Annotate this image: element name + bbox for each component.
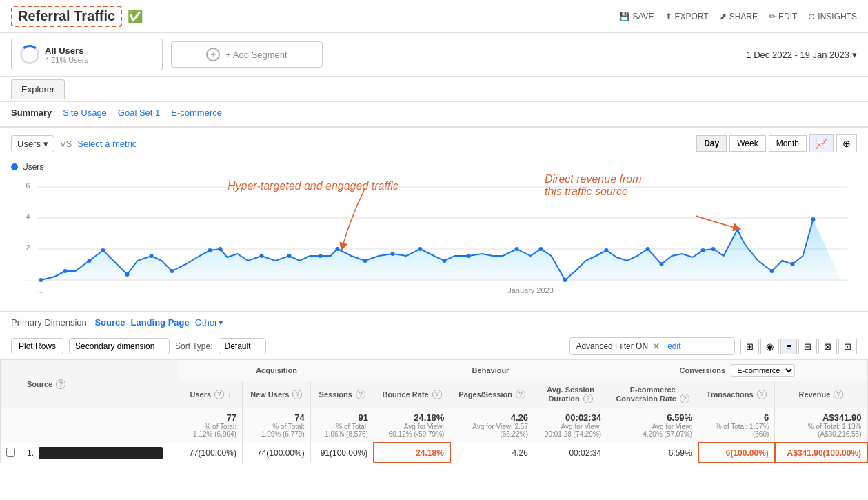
advanced-filter-clear-button[interactable]: ✕ — [652, 341, 660, 352]
svg-point-36 — [791, 262, 795, 266]
date-range[interactable]: 1 Dec 2022 - 19 Jan 2023 ▾ — [746, 50, 857, 60]
day-button[interactable]: Day — [696, 135, 727, 152]
pages-session-help-icon[interactable]: ? — [516, 390, 525, 399]
other-dimension-button[interactable]: Other ▾ — [195, 317, 224, 328]
advanced-filter-edit-button[interactable]: edit — [667, 341, 680, 351]
total-new-users-cell: 74 % of Total: 1.09% (6,779) — [242, 408, 310, 443]
total-avg-session-cell: 00:02:34 Avg for View: 00:01:28 (74.29%) — [534, 408, 607, 443]
row1-users-cell: 77(100.00%) — [179, 443, 243, 463]
svg-point-29 — [605, 248, 609, 252]
total-bounce-rate-value: 24.18% — [380, 412, 444, 423]
export-icon: ⬆ — [665, 12, 672, 21]
chart-legend: Users — [11, 159, 857, 174]
avg-session-help-icon[interactable]: ? — [583, 394, 593, 403]
row1-source-redacted — [39, 447, 163, 459]
tab-ecommerce[interactable]: E-commerce — [171, 108, 222, 121]
row1-sessions-cell: 91(100.00%) — [310, 443, 374, 463]
table-view-grid-button[interactable]: ⊞ — [740, 339, 759, 354]
week-button[interactable]: Week — [729, 135, 765, 152]
source-dimension-button[interactable]: Source — [94, 317, 125, 328]
source-column-header: Source ? — [21, 360, 179, 408]
table-view-list-button[interactable]: ≡ — [780, 339, 797, 354]
tab-site-usage[interactable]: Site Usage — [63, 108, 107, 121]
export-button[interactable]: ⬆ EXPORT — [665, 12, 709, 21]
sort-default-select[interactable]: Default — [219, 338, 266, 354]
total-bounce-rate-cell: 24.18% Avg for View: 60.12% (-59.79%) — [374, 408, 450, 443]
metric-dropdown[interactable]: Users ▾ — [11, 135, 54, 152]
svg-point-19 — [319, 254, 323, 258]
ecomm-conv-help-icon[interactable]: ? — [680, 394, 689, 403]
select-metric-button[interactable]: Select a metric — [77, 139, 137, 149]
new-users-help-icon[interactable]: ? — [292, 390, 302, 399]
insights-label: INSIGHTS — [818, 12, 857, 21]
svg-point-22 — [391, 252, 395, 256]
row1-revenue-value: A$341.90(100.00%) — [787, 448, 861, 458]
svg-point-28 — [563, 278, 567, 282]
svg-point-26 — [515, 247, 519, 251]
add-segment-button[interactable]: + + Add Segment — [171, 41, 323, 68]
pie-chart-button[interactable]: ⊕ — [836, 134, 857, 152]
tab-goal-set[interactable]: Goal Set 1 — [118, 108, 160, 121]
total-label-cell — [21, 408, 179, 443]
revenue-help-icon[interactable]: ? — [834, 390, 843, 399]
chevron-down-icon: ▾ — [852, 50, 857, 60]
avg-session-col-header: Avg. SessionDuration ? — [534, 381, 607, 408]
table-view-compare-button[interactable]: ⊟ — [798, 339, 817, 354]
segment-spinner — [20, 45, 39, 64]
legend-dot — [11, 163, 18, 170]
table-view-pivot-button[interactable]: ⊠ — [818, 339, 837, 354]
users-col-header: Users ? ↓ — [179, 381, 243, 408]
svg-point-11 — [101, 248, 105, 252]
svg-text:...: ... — [26, 274, 32, 283]
month-button[interactable]: Month — [769, 135, 807, 152]
plot-rows-button[interactable]: Plot Rows — [11, 338, 63, 354]
line-chart-button[interactable]: 📈 — [809, 134, 834, 152]
table-view-pie-button[interactable]: ◉ — [760, 339, 779, 354]
svg-point-12 — [125, 272, 130, 277]
row1-rank: 1. — [27, 448, 34, 458]
row1-new-users-value: 74(100.00%) — [257, 448, 305, 458]
row1-transactions-cell: 6(100.00%) — [698, 443, 775, 463]
row1-checkbox-cell[interactable] — [1, 443, 21, 463]
source-help-icon[interactable]: ? — [56, 379, 65, 389]
conversions-type-select[interactable]: E-commerce — [731, 364, 795, 377]
share-button[interactable]: ⬈ SHARE — [720, 12, 758, 21]
edit-label: EDIT — [778, 12, 797, 21]
svg-point-18 — [287, 254, 292, 258]
add-segment-label: + Add Segment — [225, 50, 287, 60]
revenue-col-header: Revenue ? — [775, 381, 867, 408]
sort-type-label: Sort Type: — [175, 341, 212, 351]
svg-point-32 — [701, 248, 705, 252]
svg-point-37 — [811, 217, 816, 221]
transactions-help-icon[interactable]: ? — [757, 390, 767, 399]
metric-controls: Users ▾ VS Select a metric Day Week Mont… — [0, 128, 868, 159]
secondary-dimension-select[interactable]: Secondary dimension — [69, 338, 170, 354]
save-button[interactable]: 💾 SAVE — [619, 12, 654, 21]
segments-bar: All Users 4.21% Users + + Add Segment — [11, 39, 746, 70]
sessions-help-icon[interactable]: ? — [356, 390, 365, 399]
sub-tabs: Summary Site Usage Goal Set 1 E-commerce — [0, 102, 868, 128]
svg-point-30 — [646, 247, 650, 251]
svg-point-8 — [39, 278, 43, 282]
edit-button[interactable]: ✏ EDIT — [769, 12, 797, 21]
bounce-rate-help-icon[interactable]: ? — [432, 390, 442, 399]
tab-summary[interactable]: Summary — [11, 108, 52, 121]
landing-page-dimension-button[interactable]: Landing Page — [131, 317, 190, 328]
row1-ecomm-conv-cell: 6.59% — [607, 443, 698, 463]
ecomm-conv-col-header: E-commerceConversion Rate ? — [607, 381, 698, 408]
row1-pages-session-value: 4.26 — [512, 448, 528, 458]
insights-icon: ⊙ — [808, 12, 815, 21]
total-transactions-sub: % of Total: 1.67% (360) — [704, 423, 769, 438]
users-help-icon[interactable]: ? — [214, 390, 224, 399]
row1-checkbox[interactable] — [6, 448, 15, 457]
svg-point-35 — [770, 269, 774, 273]
explorer-tab[interactable]: Explorer — [11, 79, 65, 99]
insights-button[interactable]: ⊙ INSIGHTS — [808, 12, 857, 21]
verified-icon: ✅ — [128, 9, 143, 24]
table-view-custom-button[interactable]: ⊡ — [838, 339, 857, 354]
save-icon: 💾 — [619, 12, 629, 21]
svg-point-17 — [260, 254, 264, 258]
transactions-col-header: Transactions ? — [698, 381, 775, 408]
metric-right: Day Week Month 📈 ⊕ — [696, 134, 857, 152]
total-new-users-value: 74 — [248, 412, 305, 423]
